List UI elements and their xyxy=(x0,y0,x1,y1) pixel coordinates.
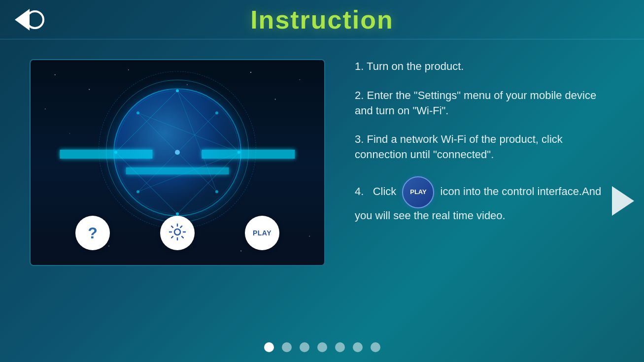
device-icons-row: ? PLAY xyxy=(31,216,324,250)
instruction-2-number: 2. xyxy=(355,89,367,101)
back-circle-icon xyxy=(26,10,44,29)
pagination-dot-6[interactable] xyxy=(353,342,363,352)
instruction-3-number: 3. xyxy=(355,133,367,145)
svg-point-2 xyxy=(128,69,129,70)
svg-point-1 xyxy=(89,89,90,90)
play-badge: PLAY xyxy=(402,176,434,208)
pagination-dot-2[interactable] xyxy=(282,342,292,352)
instruction-1-number: 1. xyxy=(355,60,367,72)
svg-point-5 xyxy=(300,79,301,80)
gear-icon xyxy=(168,223,187,243)
bar-gap xyxy=(158,150,197,159)
svg-point-26 xyxy=(136,111,139,114)
svg-point-27 xyxy=(215,111,218,114)
svg-point-29 xyxy=(136,190,139,193)
pagination-dot-3[interactable] xyxy=(300,342,309,352)
header: Instruction xyxy=(0,0,644,39)
device-bar-bottom xyxy=(126,167,229,174)
instruction-1: 1. Turn on the product. xyxy=(355,59,614,74)
pagination-dot-7[interactable] xyxy=(371,342,380,352)
svg-point-31 xyxy=(174,229,180,235)
instruction-3-text: Find a network Wi-Fi of the product, cli… xyxy=(355,133,563,161)
bar-right xyxy=(202,150,295,159)
svg-point-0 xyxy=(55,74,56,75)
question-icon: ? xyxy=(88,224,98,242)
svg-point-6 xyxy=(45,108,46,109)
instructions-panel: 1. Turn on the product. 2. Enter the "Se… xyxy=(355,49,614,237)
pagination-dot-5[interactable] xyxy=(335,342,345,352)
next-arrow-button[interactable] xyxy=(612,186,634,216)
settings-button[interactable] xyxy=(160,216,195,250)
bar-left xyxy=(60,150,153,159)
svg-point-22 xyxy=(176,89,179,92)
help-button[interactable]: ? xyxy=(75,216,110,250)
svg-point-7 xyxy=(275,99,276,99)
page-title: Instruction xyxy=(250,5,394,34)
device-inner: ? PLAY xyxy=(31,60,324,265)
instruction-1-text: Turn on the product. xyxy=(367,60,464,72)
device-bar-top xyxy=(60,150,295,159)
back-button[interactable] xyxy=(15,9,44,31)
play-button[interactable]: PLAY xyxy=(245,216,279,250)
instruction-2-text: Enter the "Settings" menu of your mobile… xyxy=(355,89,596,117)
svg-point-28 xyxy=(215,190,218,193)
instruction-2: 2. Enter the "Settings" menu of your mob… xyxy=(355,88,614,119)
svg-point-8 xyxy=(69,133,70,134)
instruction-4-number: 4. Click xyxy=(355,185,399,197)
device-image-panel: ? PLAY xyxy=(30,59,325,266)
svg-point-4 xyxy=(250,72,251,73)
instruction-4: 4. Click PLAY icon into the control inte… xyxy=(355,176,614,224)
pagination-dot-1[interactable] xyxy=(264,342,274,352)
pagination xyxy=(264,342,380,352)
svg-point-24 xyxy=(176,212,179,215)
main-content: ? PLAY 1. Turn on the pro xyxy=(0,39,644,332)
instruction-3: 3. Find a network Wi-Fi of the product, … xyxy=(355,132,614,163)
svg-point-10 xyxy=(240,250,241,251)
pagination-dot-4[interactable] xyxy=(317,342,327,352)
play-icon: PLAY xyxy=(253,229,271,237)
